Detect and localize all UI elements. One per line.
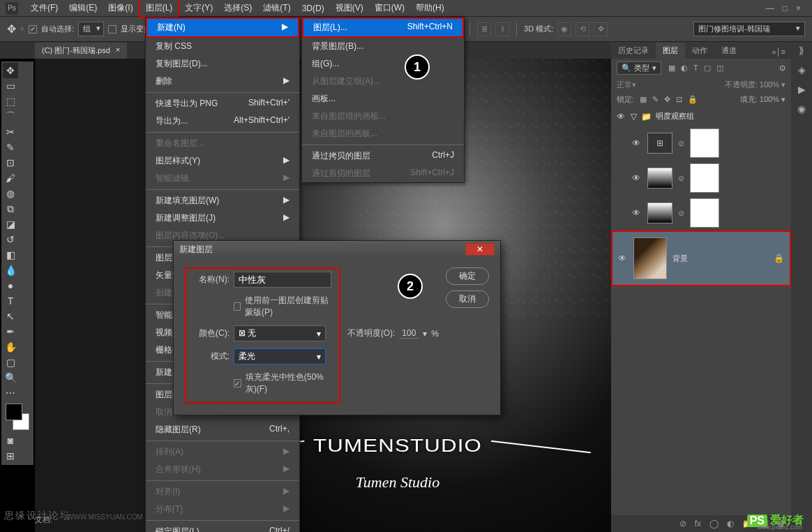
auto-select-dropdown[interactable]: 组 ▾ bbox=[78, 22, 104, 36]
history-brush-tool[interactable]: ↺ bbox=[3, 232, 18, 247]
layer-thumb[interactable] bbox=[647, 202, 672, 223]
menu-file[interactable]: 文件(F) bbox=[25, 0, 63, 17]
lock-pixel-icon[interactable]: ▦ bbox=[640, 95, 647, 104]
layer-item-bg[interactable]: 👁 背景 🔒 bbox=[611, 230, 791, 286]
visibility-icon[interactable]: 👁 bbox=[632, 138, 642, 148]
3d-icon[interactable]: ✥ bbox=[594, 22, 608, 36]
minimize-icon[interactable]: — bbox=[766, 3, 774, 13]
fg-color[interactable] bbox=[6, 404, 22, 420]
menu-window[interactable]: 窗口(W) bbox=[369, 0, 410, 17]
align-icon[interactable]: ⫴ bbox=[495, 22, 509, 36]
menu-lock[interactable]: 锁定图层(L)...Ctrl+/ bbox=[146, 523, 299, 532]
gradient-tool[interactable]: ◧ bbox=[3, 247, 18, 263]
mode-select[interactable]: 柔光▾ bbox=[234, 348, 326, 364]
submenu-artboard[interactable]: 画板... bbox=[302, 90, 464, 108]
blur-tool[interactable]: 💧 bbox=[3, 263, 18, 278]
menu-rename[interactable]: 重命名图层... bbox=[146, 135, 299, 152]
submenu-ab-group[interactable]: 来自图层组的画板... bbox=[302, 108, 464, 125]
collapse-icon[interactable]: ▽ bbox=[631, 112, 637, 121]
menu-copy-css[interactable]: 复制 CSS bbox=[146, 38, 299, 55]
layer-item[interactable]: 👁 ⊞ ⊘ bbox=[611, 126, 791, 161]
layer-thumb[interactable] bbox=[633, 237, 667, 279]
eraser-tool[interactable]: ◪ bbox=[3, 216, 18, 232]
document-dropdown[interactable]: 图门修图培训-韩国瑞▾ bbox=[693, 22, 805, 36]
menu-edit[interactable]: 编辑(E) bbox=[63, 0, 103, 17]
dodge-tool[interactable]: ● bbox=[3, 278, 18, 293]
hand-tool[interactable]: ✋ bbox=[3, 339, 18, 355]
dialog-close-icon[interactable]: ✕ bbox=[465, 243, 495, 256]
menu-smart-filter[interactable]: 智能滤镜▶ bbox=[146, 170, 299, 187]
layer-mask-thumb[interactable] bbox=[690, 198, 719, 228]
panel-expand-icon[interactable]: »│≡ bbox=[767, 45, 791, 59]
menu-type[interactable]: 文字(Y) bbox=[179, 0, 218, 17]
layer-mask-thumb[interactable] bbox=[690, 128, 719, 158]
filter-type-icon[interactable]: T bbox=[693, 64, 698, 73]
layer-mask-thumb[interactable] bbox=[690, 163, 719, 193]
move-tool[interactable]: ✥ bbox=[3, 63, 18, 78]
panel-icon[interactable]: ◉ bbox=[797, 103, 806, 114]
filter-smart-icon[interactable]: ◫ bbox=[716, 64, 723, 73]
menu-new[interactable]: 新建(N)▶ bbox=[146, 17, 299, 38]
menu-quick-png[interactable]: 快速导出为 PNGShift+Ctrl+' bbox=[146, 95, 299, 112]
screenmode-tool[interactable]: ⊞ bbox=[3, 448, 18, 464]
visibility-icon[interactable]: 👁 bbox=[617, 112, 626, 121]
menu-image[interactable]: 图像(I) bbox=[103, 0, 138, 17]
maximize-icon[interactable]: □ bbox=[783, 3, 788, 13]
type-tool[interactable]: T bbox=[3, 293, 18, 309]
artboard-tool[interactable]: ▭ bbox=[3, 78, 18, 94]
pen-tool[interactable]: ✒ bbox=[3, 324, 18, 339]
filter-shape-icon[interactable]: ▢ bbox=[704, 64, 711, 73]
marquee-tool[interactable]: ⬚ bbox=[3, 94, 18, 109]
doctab[interactable]: (C) 图门-韩国瑞.psd × bbox=[35, 43, 127, 59]
bg-layer-name[interactable]: 背景 bbox=[672, 253, 688, 264]
close-icon[interactable]: × bbox=[796, 3, 801, 13]
layer-filter-type[interactable]: 🔍 类型 ▾ bbox=[617, 61, 661, 75]
ok-button[interactable]: 确定 bbox=[446, 267, 489, 285]
healing-tool[interactable]: ◍ bbox=[3, 186, 18, 201]
menu-help[interactable]: 帮助(H) bbox=[410, 0, 450, 17]
color-select[interactable]: ⊠ 无▾ bbox=[234, 325, 326, 341]
lock-pos-icon[interactable]: ✥ bbox=[664, 95, 670, 104]
filter-pixel-icon[interactable]: ▦ bbox=[668, 64, 675, 73]
opacity-input[interactable]: 100 bbox=[399, 328, 419, 339]
menu-new-fill[interactable]: 新建填充图层(W)▶ bbox=[146, 192, 299, 209]
auto-select-checkbox[interactable]: ✓ bbox=[29, 25, 37, 34]
submenu-via-copy[interactable]: 通过拷贝的图层Ctrl+J bbox=[302, 147, 464, 165]
layer-group[interactable]: 👁 ▽ 📁 明度观察组 bbox=[611, 107, 791, 126]
eyedropper-tool[interactable]: ✎ bbox=[3, 140, 18, 155]
blend-mode-select[interactable]: 正常▾ bbox=[617, 80, 679, 90]
fill-checkbox[interactable]: ✓ bbox=[234, 379, 241, 387]
menu-combine[interactable]: 合并形状(H)▶ bbox=[146, 461, 299, 478]
submenu-layer[interactable]: 图层(L)...Shift+Ctrl+N bbox=[302, 17, 464, 38]
menu-arrange[interactable]: 排列(A)▶ bbox=[146, 443, 299, 461]
submenu-ab-layer[interactable]: 来自图层的画板... bbox=[302, 125, 464, 142]
doctab-close-icon[interactable]: × bbox=[116, 45, 120, 56]
menu-filter[interactable]: 滤镜(T) bbox=[257, 0, 296, 17]
fill-value[interactable]: 100% bbox=[760, 95, 779, 103]
3d-icon[interactable]: ⟲ bbox=[576, 22, 589, 36]
layer-thumb[interactable]: ⊞ bbox=[647, 133, 672, 154]
submenu-bg[interactable]: 背景图层(B)... bbox=[302, 38, 464, 55]
name-input[interactable] bbox=[234, 272, 331, 288]
clone-tool[interactable]: ⧉ bbox=[3, 201, 18, 216]
link-layers-icon[interactable]: ⊘ bbox=[679, 519, 686, 529]
zoom-tool[interactable]: 🔍 bbox=[3, 370, 18, 385]
tab-layers[interactable]: 图层 bbox=[656, 43, 685, 59]
layer-item[interactable]: 👁 ⊘ bbox=[611, 195, 791, 230]
submenu-via-cut[interactable]: 通过剪切的图层Shift+Ctrl+J bbox=[302, 165, 464, 182]
menu-export-as[interactable]: 导出为...Alt+Shift+Ctrl+' bbox=[146, 112, 299, 130]
mask-icon[interactable]: ◯ bbox=[709, 519, 719, 529]
align-icon[interactable]: ≣ bbox=[477, 22, 491, 36]
more-tool[interactable]: ⋯ bbox=[3, 385, 18, 401]
lock-all-icon[interactable]: 🔒 bbox=[688, 95, 698, 104]
menu-layer[interactable]: 图层(L) bbox=[139, 0, 180, 18]
tab-history[interactable]: 历史记录 bbox=[611, 43, 656, 59]
show-transform-checkbox[interactable] bbox=[108, 25, 116, 34]
clip-checkbox[interactable] bbox=[234, 302, 241, 311]
visibility-icon[interactable]: 👁 bbox=[632, 208, 642, 218]
collapse-icon[interactable]: ⟫ bbox=[799, 45, 804, 56]
menu-select[interactable]: 选择(S) bbox=[218, 0, 257, 17]
lasso-tool[interactable]: ⌒ bbox=[3, 109, 18, 124]
menu-new-adj[interactable]: 新建调整图层(J)▶ bbox=[146, 209, 299, 227]
submenu-group[interactable]: 组(G)... bbox=[302, 55, 464, 73]
